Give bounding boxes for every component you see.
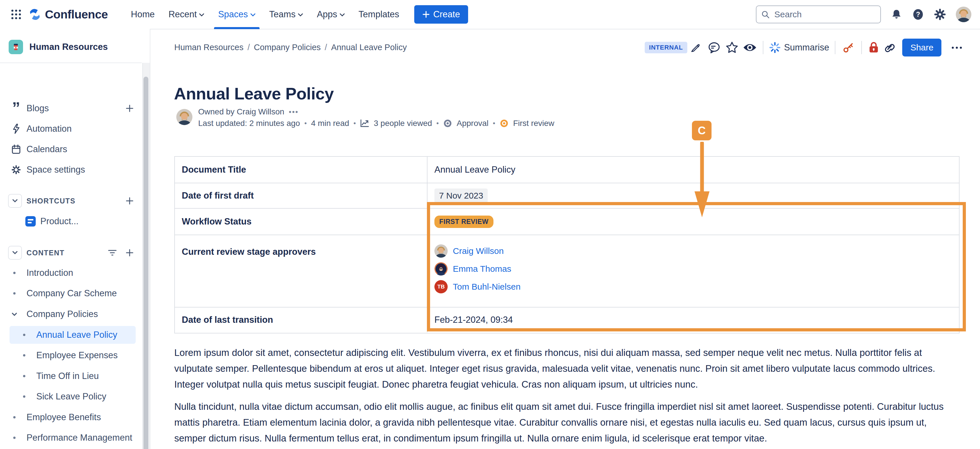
tree-item-performance-management[interactable]: Performance Management [0, 429, 142, 447]
ai-sparkle-icon [769, 42, 781, 53]
sidebar-item-blogs[interactable]: ” Blogs [0, 100, 142, 116]
table-row: Workflow Status FIRST REVIEW [175, 208, 959, 235]
copy-link-icon[interactable] [881, 41, 897, 54]
analytics-chart-icon [360, 119, 369, 128]
date-lozenge[interactable]: 7 Nov 2023 [434, 188, 488, 203]
collapse-content-icon[interactable] [8, 246, 22, 260]
add-shortcut-icon[interactable] [124, 195, 135, 207]
tree-item-employee-expenses[interactable]: Employee Expenses [0, 346, 142, 364]
row-label: Date of first draft [175, 183, 428, 208]
row-value: Annual Leave Policy [428, 157, 959, 183]
row-value: Craig Willson Emma Thomas TB Tom Buhl-Ni… [428, 235, 959, 307]
confluence-logo[interactable]: Confluence [28, 8, 108, 21]
owner-more-icon[interactable]: ••• [289, 108, 299, 116]
primary-nav: Home Recent Spaces Teams Apps [124, 0, 406, 29]
nav-apps[interactable]: Apps [310, 0, 352, 29]
document-icon [25, 216, 36, 226]
people-viewed-text[interactable]: 3 people viewed [374, 119, 432, 128]
tree-item-introduction[interactable]: Introduction [0, 264, 142, 282]
share-button[interactable]: Share [902, 38, 942, 56]
app-switcher-icon[interactable] [10, 8, 22, 21]
divider [835, 41, 835, 54]
search-box[interactable] [756, 5, 881, 23]
add-blog-icon[interactable] [124, 103, 135, 114]
owned-by-text[interactable]: Owned by Craig Willson [198, 107, 284, 116]
page-meta-line: Last updated: 2 minutes ago • 4 min read… [198, 119, 554, 128]
owner-avatar[interactable] [176, 109, 192, 125]
calendar-icon [10, 144, 22, 154]
tree-item-company-policies[interactable]: Company Policies [0, 305, 142, 323]
tree-item-annual-leave-policy[interactable]: Annual Leave Policy [0, 326, 142, 344]
tree-item-time-off-in-lieu[interactable]: Time Off in Lieu [0, 367, 142, 385]
table-row: Date of last transition Feb-21-2024, 09:… [175, 307, 959, 332]
create-button[interactable]: Create [414, 5, 468, 24]
bullet-icon [23, 334, 25, 336]
last-updated-text[interactable]: Last updated: 2 minutes ago [198, 119, 300, 128]
paragraph: Nulla tincidunt, nulla vitae dictum accu… [174, 398, 950, 446]
first-review-status-icon [500, 119, 509, 128]
divider [0, 62, 142, 63]
space-header[interactable]: Human Resources [9, 40, 108, 54]
breadcrumb-current[interactable]: Annual Leave Policy [331, 43, 407, 52]
comment-icon[interactable] [705, 41, 723, 54]
row-label: Date of last transition [175, 307, 428, 332]
confluence-app: Confluence Home Recent Spaces Teams [0, 0, 980, 449]
bullet-icon [23, 395, 25, 398]
bullet-icon [13, 272, 16, 274]
sidebar-divider [150, 29, 150, 449]
nav-templates[interactable]: Templates [352, 0, 406, 29]
tree-item-employee-benefits[interactable]: Employee Benefits [0, 408, 142, 426]
watch-eye-icon[interactable] [741, 42, 759, 53]
summarise-button[interactable]: Summarise [767, 42, 831, 53]
space-icon [9, 40, 23, 54]
nav-teams[interactable]: Teams [262, 0, 310, 29]
breadcrumb-parent[interactable]: Company Policies [254, 43, 321, 52]
nav-recent[interactable]: Recent [162, 0, 211, 29]
approval-status-icon [443, 119, 452, 128]
approver-link[interactable]: TB Tom Buhl-Nielsen [434, 280, 520, 293]
avatar [434, 244, 448, 258]
nav-spaces[interactable]: Spaces [211, 0, 262, 29]
sidebar-item-calendars[interactable]: Calendars [0, 141, 142, 158]
more-actions-icon[interactable] [949, 44, 965, 52]
space-sidebar: Human Resources ” Blogs Automation Calen… [0, 29, 150, 449]
shortcut-item-product[interactable]: Product... [0, 213, 142, 229]
star-icon[interactable] [723, 41, 741, 54]
key-icon[interactable] [839, 42, 857, 53]
row-label: Document Title [175, 157, 428, 183]
help-icon[interactable]: ? [912, 8, 924, 21]
restrictions-lock-icon[interactable] [866, 41, 881, 54]
space-name: Human Resources [29, 42, 108, 52]
table-row: Current review stage approvers Craig Wil… [175, 235, 959, 307]
search-input[interactable] [774, 9, 861, 20]
sidebar-item-automation[interactable]: Automation [0, 121, 142, 137]
approver-link[interactable]: Emma Thomas [434, 262, 511, 275]
bullet-icon [13, 292, 16, 295]
row-label: Current review stage approvers [175, 235, 428, 307]
nav-home[interactable]: Home [124, 0, 162, 29]
divider [763, 41, 764, 54]
edit-pencil-icon[interactable] [687, 41, 705, 54]
tree-item-company-car-scheme[interactable]: Company Car Scheme [0, 285, 142, 302]
sidebar-item-space-settings[interactable]: Space settings [0, 162, 142, 178]
user-avatar[interactable] [956, 6, 971, 22]
chevron-down-icon [199, 13, 204, 17]
filter-icon[interactable] [107, 247, 118, 258]
notifications-bell-icon[interactable] [891, 9, 902, 20]
approval-text[interactable]: Approval [457, 119, 488, 128]
approver-link[interactable]: Craig Willson [434, 244, 504, 258]
row-value: FIRST REVIEW [428, 209, 959, 235]
row-value: Feb-21-2024, 09:34 [428, 307, 959, 332]
first-review-text[interactable]: First review [513, 119, 554, 128]
add-content-icon[interactable] [124, 247, 135, 258]
breadcrumb: Human Resources / Company Policies / Ann… [174, 43, 407, 52]
page-body: Lorem ipsum dolor sit amet, consectetur … [174, 345, 950, 449]
confluence-wordmark: Confluence [45, 8, 108, 21]
settings-gear-icon[interactable] [934, 8, 946, 21]
breadcrumb-space[interactable]: Human Resources [174, 43, 243, 52]
tree-item-sick-leave-policy[interactable]: Sick Leave Policy [0, 388, 142, 406]
chevron-down-icon [298, 13, 303, 17]
sidebar-scrollbar-thumb[interactable] [143, 76, 148, 449]
plus-icon [422, 11, 430, 18]
collapse-shortcuts-icon[interactable] [8, 194, 22, 208]
